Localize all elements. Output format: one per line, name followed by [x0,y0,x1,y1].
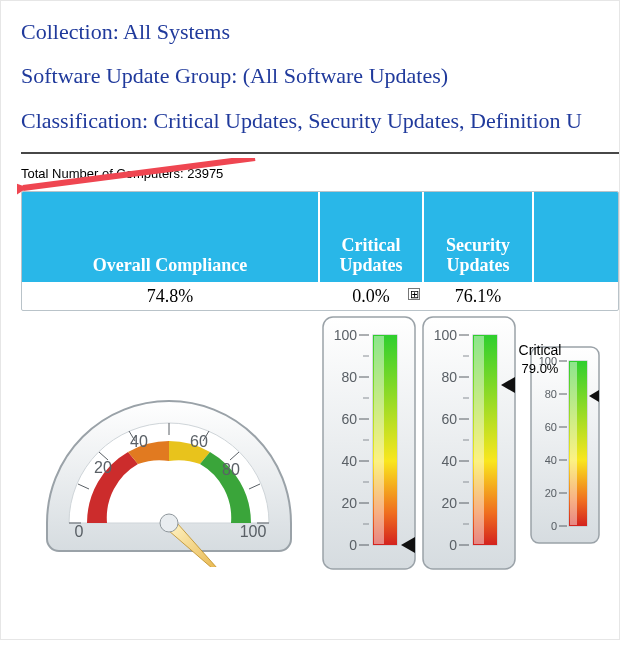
svg-text:100: 100 [434,327,458,343]
svg-text:40: 40 [441,453,457,469]
svg-text:40: 40 [545,454,557,466]
val-last [534,284,618,310]
svg-text:80: 80 [441,369,457,385]
col-critical: Critical Updates [320,192,424,282]
sug-value: (All Software Updates) [243,63,448,88]
svg-text:80: 80 [545,388,557,400]
svg-text:80: 80 [341,369,357,385]
total-value: 23975 [187,166,223,181]
expand-icon[interactable]: ⊞ [408,288,420,300]
svg-rect-38 [374,336,384,544]
val-overall: 74.8% [22,284,320,310]
svg-text:60: 60 [190,433,208,450]
svg-text:60: 60 [341,411,357,427]
svg-text:60: 60 [441,411,457,427]
gauge-overall: 0 20 40 60 80 100 [21,337,319,567]
report-body: Collection: All Systems Software Update … [0,0,620,640]
compliance-table: Overall Compliance Critical Updates Secu… [21,191,619,311]
svg-text:80: 80 [222,461,240,478]
svg-rect-40 [423,317,515,569]
svg-text:0: 0 [449,537,457,553]
class-line: Classification: Critical Updates, Securi… [21,108,619,134]
svg-text:20: 20 [94,459,112,476]
right-critical-label: Critical [505,342,575,358]
sug-line: Software Update Group: (All Software Upd… [21,63,619,89]
svg-text:40: 40 [341,453,357,469]
val-security: ⊞ 76.1% [424,284,534,310]
total-computers: Total Number of Computers: 23975 [21,166,619,181]
table-header-row: Overall Compliance Critical Updates Secu… [22,192,618,284]
total-label: Total Number of Computers: [21,166,184,181]
col-security: Security Updates [424,192,534,282]
class-label: Classification: [21,108,148,133]
svg-text:0: 0 [349,537,357,553]
collection-value: All Systems [123,19,230,44]
divider [21,152,619,154]
svg-text:20: 20 [441,495,457,511]
svg-text:60: 60 [545,421,557,433]
collection-label: Collection: [21,19,119,44]
gauge-security: 100 80 60 40 20 0 [421,315,517,571]
collection-line: Collection: All Systems [21,19,619,45]
svg-text:0: 0 [75,523,84,540]
svg-rect-77 [570,362,577,525]
svg-text:100: 100 [240,523,267,540]
svg-text:20: 20 [545,487,557,499]
svg-text:0: 0 [551,520,557,532]
col-overall: Overall Compliance [22,192,320,282]
gauge-critical: 100 80 60 40 20 0 [321,315,417,571]
svg-text:100: 100 [334,327,358,343]
class-value: Critical Updates, Security Updates, Defi… [154,108,582,133]
svg-rect-60 [474,336,484,544]
sug-label: Software Update Group: [21,63,237,88]
svg-text:40: 40 [130,433,148,450]
svg-text:20: 20 [341,495,357,511]
svg-rect-62 [531,347,599,543]
val-security-text: 76.1% [455,286,502,307]
col-last [534,192,618,282]
right-critical-pct: 79.0% [505,361,575,376]
table-value-row: 74.8% 0.0% ⊞ 76.1% [22,284,618,310]
svg-point-17 [160,514,178,532]
svg-rect-18 [323,317,415,569]
